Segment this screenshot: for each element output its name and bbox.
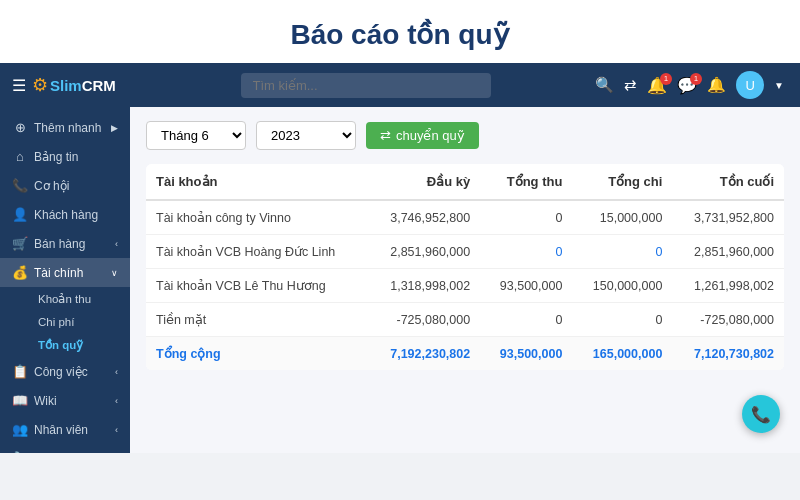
fab-icon: 📞: [751, 405, 771, 424]
sidebar-label-co-hoi: Cơ hội: [34, 179, 69, 193]
sidebar-item-ban-hang[interactable]: 🛒 Bán hàng ‹: [0, 229, 130, 258]
cell-account: Tiền mặt: [146, 303, 369, 337]
chevron-nhan-vien-icon: ‹: [115, 425, 118, 435]
content-area: Tháng 6 2023 ⇄ chuyển quỹ Tài khoản: [130, 107, 800, 453]
cell-account[interactable]: Tài khoản VCB Hoàng Đức Linh: [146, 235, 369, 269]
data-table: Tài khoản Đầu kỳ Tổng thu Tổng chi Tồn c…: [146, 164, 784, 370]
chevron-icon: ▶: [111, 123, 118, 133]
cell-tong-thu: 0: [480, 235, 572, 269]
sidebar-label-khoan-thu: Khoản thu: [38, 292, 91, 306]
notification-icon[interactable]: 🔔 1: [647, 76, 667, 95]
sidebar-item-tien-ich[interactable]: 🔧 Tiện ích ‹: [0, 444, 130, 453]
wiki-icon: 📖: [12, 393, 28, 408]
filter-row: Tháng 6 2023 ⇄ chuyển quỹ: [146, 121, 784, 150]
search-icon[interactable]: 🔍: [595, 76, 614, 94]
avatar-dropdown-icon[interactable]: ▼: [774, 80, 784, 91]
cell-dau-ky: 2,851,960,000: [369, 235, 481, 269]
col-tong-chi: Tổng chi: [572, 164, 672, 200]
hamburger-icon[interactable]: ☰: [12, 76, 26, 95]
home-icon: ⌂: [12, 149, 28, 164]
notification-badge: 1: [660, 73, 672, 85]
fab-button[interactable]: 📞: [742, 395, 780, 433]
sidebar-label-chi-phi: Chi phí: [38, 316, 74, 328]
cell-ton-cuoi: 3,731,952,800: [672, 200, 784, 235]
cell-account[interactable]: Tài khoản VCB Lê Thu Hương: [146, 269, 369, 303]
sidebar-item-them-nhanh[interactable]: ⊕ Thêm nhanh ▶: [0, 113, 130, 142]
sidebar-item-nhan-vien[interactable]: 👥 Nhân viên ‹: [0, 415, 130, 444]
sidebar-label-bang-tin: Bảng tin: [34, 150, 78, 164]
sidebar-label-cong-viec: Công việc: [34, 365, 88, 379]
page-title: Báo cáo tồn quỹ: [0, 18, 800, 51]
sidebar-item-khach-hang[interactable]: 👤 Khách hàng: [0, 200, 130, 229]
chevron-cong-viec-icon: ‹: [115, 367, 118, 377]
cell-tong-thu: 0: [480, 303, 572, 337]
cell-total-tong-thu: 93,500,000: [480, 337, 572, 371]
chevron-tai-chinh-icon: ∨: [111, 268, 118, 278]
sidebar: ☰ ⚙ SlimCRM ⊕ Thêm nhanh ▶ ⌂ Bảng tin 📞 …: [0, 63, 130, 453]
table-total-row: Tổng cộng 7,192,230,802 93,500,000 165,0…: [146, 337, 784, 371]
sidebar-label-nhan-vien: Nhân viên: [34, 423, 88, 437]
cart-icon: 🛒: [12, 236, 28, 251]
topbar-search-row: 🔍 ⇄ 🔔 1 💬 1 🔔 U ▼: [130, 63, 800, 107]
sidebar-label-ban-hang: Bán hàng: [34, 237, 85, 251]
cell-ton-cuoi: -725,080,000: [672, 303, 784, 337]
cell-total-account[interactable]: Tổng cộng: [146, 337, 369, 371]
transfer-icon: ⇄: [380, 128, 391, 143]
sidebar-item-bang-tin[interactable]: ⌂ Bảng tin: [0, 142, 130, 171]
cell-ton-cuoi: 2,851,960,000: [672, 235, 784, 269]
table-row: Tiền mặt -725,080,000 0 0 -725,080,000: [146, 303, 784, 337]
sidebar-sub-tai-chinh: Khoản thu Chi phí Tồn quỹ: [0, 287, 130, 357]
share-icon[interactable]: ⇄: [624, 76, 637, 94]
bell-icon[interactable]: 🔔: [707, 76, 726, 94]
phone-icon: 📞: [12, 178, 28, 193]
chuyen-quy-button[interactable]: ⇄ chuyển quỹ: [366, 122, 479, 149]
cell-ton-cuoi: 1,261,998,002: [672, 269, 784, 303]
year-select[interactable]: 2023: [256, 121, 356, 150]
col-ton-cuoi: Tồn cuối: [672, 164, 784, 200]
sidebar-item-khoan-thu[interactable]: Khoản thu: [28, 287, 130, 311]
sidebar-nav: ⊕ Thêm nhanh ▶ ⌂ Bảng tin 📞 Cơ hội 👤 Khá…: [0, 107, 130, 453]
col-tai-khoan: Tài khoản: [146, 164, 369, 200]
staff-icon: 👥: [12, 422, 28, 437]
sidebar-item-wiki[interactable]: 📖 Wiki ‹: [0, 386, 130, 415]
table-row: Tài khoản VCB Lê Thu Hương 1,318,998,002…: [146, 269, 784, 303]
cell-tong-thu: 0: [480, 200, 572, 235]
logo-text: SlimCRM: [50, 77, 116, 94]
finance-icon: 💰: [12, 265, 28, 280]
topbar-icons-group: 🔍 ⇄ 🔔 1 💬 1 🔔 U ▼: [595, 71, 784, 99]
cell-total-dau-ky: 7,192,230,802: [369, 337, 481, 371]
chuyen-quy-label: chuyển quỹ: [396, 128, 465, 143]
chat-icon[interactable]: 💬 1: [677, 76, 697, 95]
chat-badge: 1: [690, 73, 702, 85]
cell-total-ton-cuoi: 7,120,730,802: [672, 337, 784, 371]
sidebar-label-tien-ich: Tiện ích: [34, 452, 77, 454]
cell-account: Tài khoản công ty Vinno: [146, 200, 369, 235]
cell-total-tong-chi: 165,000,000: [572, 337, 672, 371]
page-title-area: Báo cáo tồn quỹ: [0, 0, 800, 63]
search-input[interactable]: [241, 73, 491, 98]
logo-gear-icon: ⚙: [32, 74, 48, 96]
user-icon: 👤: [12, 207, 28, 222]
cell-tong-chi: 15,000,000: [572, 200, 672, 235]
table-row: Tài khoản công ty Vinno 3,746,952,800 0 …: [146, 200, 784, 235]
cell-tong-chi: 0: [572, 235, 672, 269]
cell-dau-ky: -725,080,000: [369, 303, 481, 337]
table-row: Tài khoản VCB Hoàng Đức Linh 2,851,960,0…: [146, 235, 784, 269]
topbar: ☰ ⚙ SlimCRM: [0, 63, 130, 107]
cell-tong-thu: 93,500,000: [480, 269, 572, 303]
sidebar-item-co-hoi[interactable]: 📞 Cơ hội: [0, 171, 130, 200]
sidebar-label-ton-quy: Tồn quỹ: [38, 338, 83, 352]
sidebar-item-cong-viec[interactable]: 📋 Công việc ‹: [0, 357, 130, 386]
cell-tong-chi: 0: [572, 303, 672, 337]
avatar[interactable]: U: [736, 71, 764, 99]
sidebar-item-ton-quy[interactable]: Tồn quỹ: [28, 333, 130, 357]
sidebar-item-chi-phi[interactable]: Chi phí: [28, 311, 130, 333]
sidebar-label-them-nhanh: Thêm nhanh: [34, 121, 101, 135]
sidebar-item-tai-chinh[interactable]: 💰 Tài chính ∨: [0, 258, 130, 287]
search-container: [146, 73, 585, 98]
chevron-ban-hang-icon: ‹: [115, 239, 118, 249]
sidebar-label-tai-chinh: Tài chính: [34, 266, 83, 280]
month-select[interactable]: Tháng 6: [146, 121, 246, 150]
cell-tong-chi: 150,000,000: [572, 269, 672, 303]
col-tong-thu: Tổng thu: [480, 164, 572, 200]
